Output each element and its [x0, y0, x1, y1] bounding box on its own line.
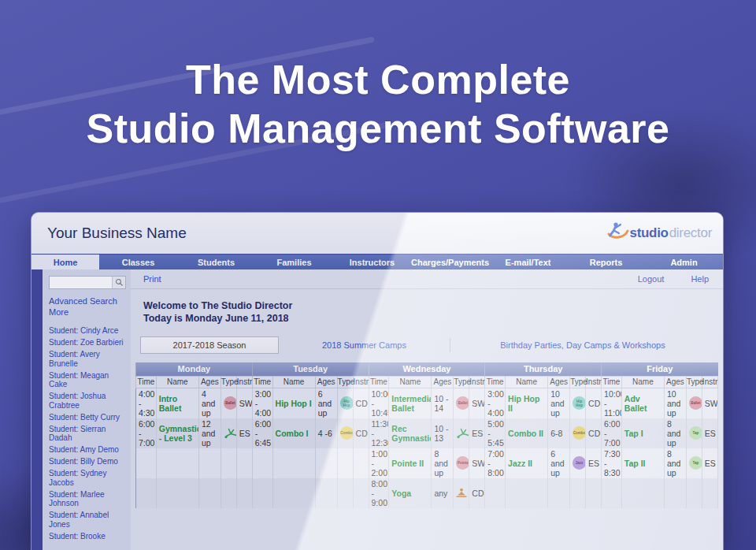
tap-badge: Tap — [689, 456, 702, 470]
time-cell: 3:00 - 4:00 — [485, 388, 506, 418]
student-list: Student: Cindy ArceStudent: Zoe Barbieri… — [49, 326, 126, 541]
nav-tab-classes[interactable]: Classes — [99, 255, 177, 269]
nav-tab-home[interactable]: Home — [32, 255, 99, 269]
season-2017-2018-button[interactable]: 2017-2018 Season — [140, 336, 279, 354]
sidebar: Advanced Search More Student: Cindy Arce… — [43, 269, 131, 550]
type-cell: Tap — [686, 448, 702, 478]
time-cell — [252, 478, 272, 508]
column-header-name: Name — [272, 376, 315, 388]
student-link[interactable]: Student: Meagan Cake — [49, 371, 126, 389]
student-link[interactable]: Student: Marlee Johnson — [49, 490, 126, 508]
name-cell[interactable]: Intro Ballet — [156, 388, 198, 418]
column-header-ages: Ages — [198, 376, 220, 388]
app-header: Your Business Name studio director — [32, 213, 723, 254]
type-cell — [220, 448, 236, 478]
instr-cell — [236, 448, 252, 478]
instr-cell: ES — [702, 448, 717, 478]
advanced-search-link[interactable]: Advanced Search — [49, 296, 126, 307]
ages-cell — [198, 448, 220, 478]
ages-cell — [315, 448, 337, 478]
name-cell[interactable]: Rec Gymnastics — [389, 418, 432, 448]
schedule-row: 1:00 - 2:00Pointe II8 and upPointeSW7:00… — [136, 448, 718, 478]
more-link[interactable]: More — [49, 307, 126, 318]
name-cell[interactable]: Jazz II — [506, 448, 548, 478]
ballet-badge: Ballet — [456, 396, 469, 410]
name-cell[interactable]: Adv Ballet — [621, 388, 664, 418]
instr-cell: SW — [702, 388, 717, 418]
student-link[interactable]: Student: Zoe Barbieri — [49, 338, 126, 347]
instr-cell: ES — [236, 418, 252, 448]
name-cell[interactable]: Yoga — [389, 478, 432, 508]
name-cell[interactable]: Combo II — [506, 418, 548, 448]
column-header-instr: Instr — [586, 376, 602, 388]
logout-link[interactable]: Logout — [638, 274, 665, 284]
instr-cell: CD — [469, 478, 485, 508]
student-link[interactable]: Student: Sierran Dadah — [49, 425, 126, 443]
search-button[interactable] — [112, 277, 125, 288]
student-link[interactable]: Student: Betty Curry — [49, 413, 126, 422]
main-nav: HomeClassesStudentsFamiliesInstructorsCh… — [32, 254, 723, 269]
student-link[interactable]: Student: Billy Demo — [49, 457, 126, 466]
student-link[interactable]: Student: Brooke — [49, 532, 126, 541]
name-cell[interactable]: Hip Hop II — [506, 388, 548, 418]
column-header-ages: Ages — [548, 376, 570, 388]
name-cell[interactable]: Gymnastics - Level 3 — [156, 418, 198, 448]
name-cell[interactable]: Pointe II — [389, 448, 432, 478]
season-tabs: 2017-2018 Season 2018 Summer Camps Birth… — [140, 336, 715, 354]
nav-tab-reports[interactable]: Reports — [567, 255, 645, 269]
schedule-row: 4:00 - 4:30Intro Ballet4 and upBalletSW3… — [136, 388, 718, 418]
nav-tab-students[interactable]: Students — [177, 255, 255, 269]
nav-tab-admin[interactable]: Admin — [645, 255, 723, 269]
student-link[interactable]: Student: Amy Demo — [49, 445, 126, 455]
name-cell[interactable]: Combo I — [272, 418, 315, 448]
name-cell[interactable]: Intermediate Ballet — [389, 388, 432, 418]
time-cell: 3:00 - 4:00 — [252, 388, 272, 418]
instr-cell: CD — [586, 388, 602, 418]
student-link[interactable]: Student: Annabel Jones — [49, 511, 126, 529]
birthday-parties-link[interactable]: Birthday Parties, Day Camps & Workshops — [450, 340, 715, 350]
name-cell[interactable]: Tap II — [621, 448, 664, 478]
type-cell — [570, 478, 586, 508]
help-link[interactable]: Help — [691, 274, 709, 284]
ages-cell: 10 - 14 — [432, 388, 454, 418]
instr-cell — [353, 448, 369, 478]
time-cell: 6:00 - 7:00 — [602, 418, 622, 448]
combo-badge: Combo — [340, 426, 353, 440]
schedule-wrap: MondayTuesdayWednesdayThursdayFridayTime… — [135, 362, 718, 508]
column-header-time: Time — [602, 376, 622, 388]
ages-cell: 4 and up — [198, 388, 220, 418]
time-cell — [136, 478, 157, 508]
app-window: Your Business Name studio director HomeC… — [32, 213, 723, 550]
column-header-type: Type — [686, 376, 702, 388]
day-header-tuesday: Tuesday — [252, 362, 369, 376]
nav-tab-families[interactable]: Families — [255, 255, 333, 269]
day-header-thursday: Thursday — [485, 362, 602, 376]
student-link[interactable]: Student: Joshua Crabtree — [49, 392, 126, 410]
student-link[interactable]: Student: Avery Brunelle — [49, 350, 126, 368]
student-link[interactable]: Student: Sydney Jacobs — [49, 469, 126, 487]
time-cell: 7:00 - 8:00 — [485, 448, 506, 478]
summer-camps-link[interactable]: 2018 Summer Camps — [279, 340, 450, 350]
ages-cell: 8 and up — [664, 448, 686, 478]
type-cell: Ballet — [220, 388, 236, 418]
nav-tab-charges-payments[interactable]: Charges/Payments — [411, 255, 489, 269]
student-link[interactable]: Student: Cindy Arce — [49, 326, 126, 336]
instr-cell: CD — [353, 388, 369, 418]
name-cell — [272, 478, 315, 508]
search-box — [49, 276, 126, 289]
combo-badge: Combo — [573, 426, 585, 440]
column-header-type: Type — [220, 376, 236, 388]
schedule-table: MondayTuesdayWednesdayThursdayFridayTime… — [135, 362, 718, 508]
nav-tab-instructors[interactable]: Instructors — [333, 255, 411, 269]
type-cell — [454, 418, 469, 448]
type-cell — [686, 478, 702, 508]
time-cell — [485, 478, 506, 508]
name-cell[interactable]: Hip Hop I — [272, 388, 315, 418]
time-cell — [602, 478, 622, 508]
search-input[interactable] — [50, 277, 112, 288]
type-cell: Combo — [337, 418, 353, 448]
name-cell[interactable]: Tap I — [621, 418, 664, 448]
print-link[interactable]: Print — [143, 274, 161, 284]
ballet-badge: Ballet — [224, 396, 236, 410]
nav-tab-e-mail-text[interactable]: E-mail/Text — [489, 255, 567, 269]
